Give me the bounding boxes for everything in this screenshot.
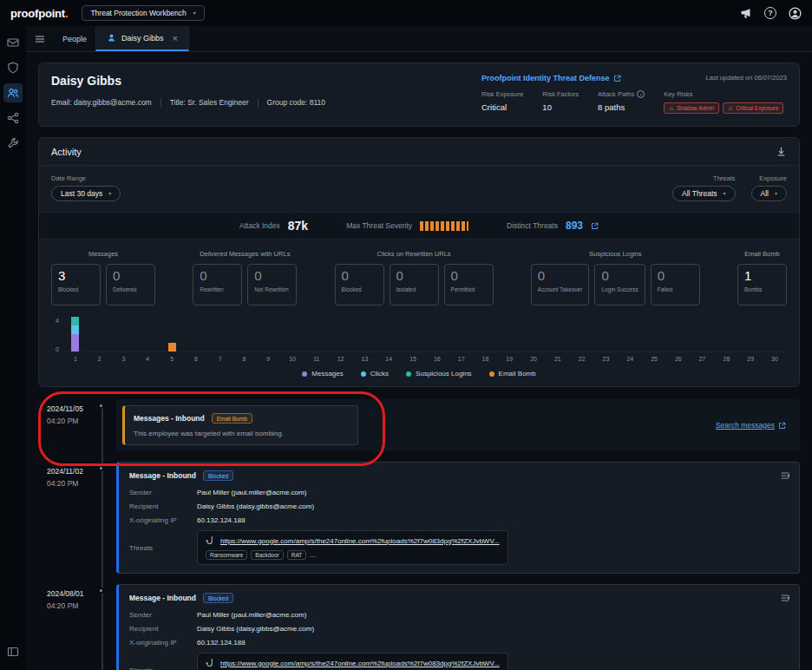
activity-title: Activity bbox=[51, 147, 82, 157]
sender-value: Paul Miller (paul.miller@acme.com) bbox=[197, 489, 789, 496]
metric-tile[interactable]: 0Not Rewritten bbox=[247, 264, 297, 305]
divider bbox=[258, 98, 259, 107]
chart-bar-slot bbox=[135, 318, 160, 351]
metric-tile[interactable]: 0Failed bbox=[651, 264, 700, 305]
wrench-icon[interactable] bbox=[3, 134, 23, 153]
profile-email: Email: daisy.gibbs@acme.com bbox=[51, 98, 152, 107]
external-link-icon bbox=[591, 222, 599, 230]
event-date: 2024/11/02 bbox=[47, 465, 83, 477]
ip-value: 60.132.124.188 bbox=[197, 639, 789, 647]
risk-badge-shadow-admin: ⚠Shadow Admin bbox=[664, 102, 719, 114]
field-label: Sender bbox=[129, 611, 197, 619]
metric-tile[interactable]: 0Permitted bbox=[444, 264, 494, 305]
recipient-value: Daisy Gibbs (daisy.gibbs@acme.com) bbox=[197, 502, 789, 510]
legend-item: Email Bomb bbox=[489, 370, 536, 378]
announcements-icon[interactable] bbox=[740, 7, 752, 19]
metric-tile[interactable]: 0Blocked bbox=[335, 264, 384, 305]
chart-bar-slot bbox=[232, 318, 257, 351]
user-account-icon[interactable] bbox=[789, 7, 802, 20]
metric-group-suspicious-logins: Suspicious Logins 0Account Takeover 0Log… bbox=[531, 250, 700, 305]
threat-url-link[interactable]: https://www.google.com/amp/s/the247onlin… bbox=[220, 660, 500, 667]
chart-bar-slot bbox=[546, 318, 570, 351]
legend-item: Suspicious Logins bbox=[406, 370, 471, 378]
metric-tile[interactable]: 0Delivered bbox=[106, 264, 155, 305]
chart-bar-segment bbox=[168, 343, 176, 351]
menu-icon[interactable] bbox=[26, 26, 54, 51]
chart-x-tick: 12 bbox=[329, 356, 353, 362]
help-icon[interactable]: ? bbox=[764, 7, 776, 19]
exposure-label: Exposure bbox=[759, 174, 787, 182]
panel-toggle-icon[interactable] bbox=[3, 642, 23, 661]
threat-tag: Backdoor bbox=[251, 550, 283, 560]
chart-bar-slot bbox=[474, 318, 498, 351]
field-label: Recipient bbox=[129, 502, 197, 510]
event-title: Messages - Inbound bbox=[134, 414, 205, 423]
threats-dropdown[interactable]: All Threats▾ bbox=[672, 186, 736, 201]
threat-url-box: https://www.google.com/amp/s/the247onlin… bbox=[197, 653, 508, 670]
threats-label: Threats bbox=[713, 174, 735, 182]
blocked-badge: Blocked bbox=[203, 470, 233, 481]
more-tags: ... bbox=[310, 551, 316, 559]
chart-x-tick: 10 bbox=[280, 356, 304, 362]
mail-icon[interactable] bbox=[3, 33, 23, 52]
field-label: X-originating IP bbox=[129, 516, 197, 524]
itd-link[interactable]: Proofpoint Identity Threat Defense bbox=[481, 74, 621, 82]
risk-factors: Risk Factors 10 bbox=[542, 90, 579, 114]
event-title: Message - Inbound bbox=[129, 471, 196, 480]
legend-dot bbox=[361, 371, 366, 377]
chart-y-axis: 4 0 bbox=[51, 318, 63, 352]
tab-people[interactable]: People bbox=[54, 26, 95, 51]
chart-x-tick: 11 bbox=[304, 356, 329, 362]
email-bomb-event-card[interactable]: Messages - Inbound Email Bomb This emplo… bbox=[122, 405, 358, 445]
legend-dot bbox=[302, 371, 307, 377]
people-icon[interactable] bbox=[3, 83, 23, 102]
chart-bar-slot bbox=[691, 318, 715, 351]
search-messages-link[interactable]: Search messages bbox=[716, 421, 786, 430]
shield-icon[interactable] bbox=[3, 58, 23, 77]
email-bomb-badge: Email Bomb bbox=[212, 413, 252, 424]
chart-x-tick: 25 bbox=[642, 356, 666, 362]
chart-x-tick: 1 bbox=[63, 356, 88, 362]
expand-details-icon[interactable] bbox=[780, 593, 790, 603]
close-icon[interactable]: × bbox=[173, 33, 178, 43]
app-selector-dropdown[interactable]: Threat Protection Workbench ▾ bbox=[82, 5, 204, 21]
metric-tile[interactable]: 0Isolated bbox=[390, 264, 439, 305]
download-icon[interactable] bbox=[776, 146, 787, 157]
profile-card: Daisy Gibbs Email: daisy.gibbs@acme.com … bbox=[38, 62, 800, 127]
chart-x-tick: 22 bbox=[570, 356, 594, 362]
timeline-date: 2024/11/05 04:20 PM bbox=[47, 403, 83, 428]
attack-paths: Attack Pathsi 8 paths bbox=[598, 90, 645, 114]
external-link-icon bbox=[613, 75, 621, 82]
chart-bar-segment bbox=[71, 325, 79, 334]
metric-tile[interactable]: 0Login Success bbox=[594, 264, 645, 305]
legend-item: Messages bbox=[302, 370, 343, 378]
date-range-label: Date Range bbox=[51, 174, 121, 182]
threat-tag: Ransomware bbox=[206, 550, 247, 560]
external-link-icon bbox=[778, 422, 786, 430]
chart-x-tick: 20 bbox=[521, 356, 546, 362]
field-label: Sender bbox=[129, 489, 197, 496]
chart-bar-slot bbox=[521, 318, 546, 351]
message-event-card: Message - Inbound Blocked Sender Paul Mi… bbox=[116, 584, 800, 670]
chart-x-tick: 16 bbox=[425, 356, 449, 362]
threat-url-link[interactable]: https://www.google.com/amp/s/the247onlin… bbox=[220, 537, 500, 545]
expand-details-icon[interactable] bbox=[780, 470, 790, 481]
identity-graph-icon[interactable] bbox=[3, 108, 23, 128]
chart-bar-slot bbox=[353, 318, 377, 351]
metric-tile[interactable]: 3Blocked bbox=[51, 264, 101, 305]
event-date: 2024/11/05 bbox=[47, 403, 83, 415]
tab-daisy-gibbs[interactable]: Daisy Gibbs × bbox=[95, 26, 189, 51]
chart-x-tick: 17 bbox=[449, 356, 474, 362]
chart-bar-slot bbox=[280, 318, 304, 351]
chart-x-tick: 23 bbox=[594, 356, 619, 362]
date-range-dropdown[interactable]: Last 30 days▾ bbox=[51, 186, 121, 201]
metric-tile[interactable]: 0Rewritten bbox=[193, 264, 242, 305]
metric-tile[interactable]: 0Account Takeover bbox=[531, 264, 590, 305]
recipient-value: Daisy Gibbs (daisy.gibbs@acme.com) bbox=[197, 625, 789, 633]
exposure-dropdown[interactable]: All▾ bbox=[751, 186, 787, 201]
chart-bar-slot bbox=[570, 318, 594, 351]
metric-group-clicks: Clicks on Rewritten URLs 0Blocked 0Isola… bbox=[335, 250, 494, 305]
distinct-threats-link[interactable]: 893 bbox=[566, 220, 583, 232]
chevron-down-icon: ▾ bbox=[193, 10, 196, 16]
metric-tile[interactable]: 1Bombs bbox=[737, 264, 787, 305]
